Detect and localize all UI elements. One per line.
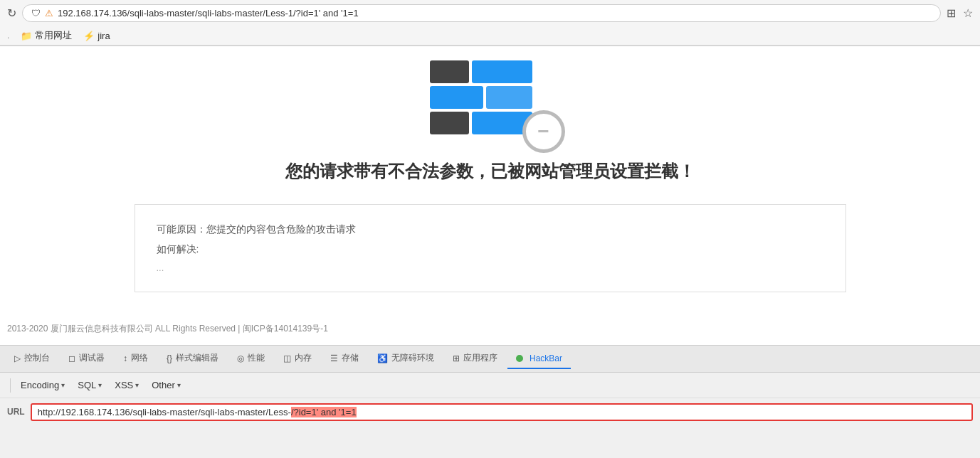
- other-arrow-icon: ▾: [177, 381, 181, 389]
- address-bar-row: ↻ 🛡 ⚠ 192.168.174.136/sqli-labs-master/s…: [0, 0, 980, 26]
- bookmark-common-sites[interactable]: 📁 常用网址: [21, 29, 72, 42]
- performance-icon: ◎: [237, 353, 244, 363]
- blocked-icon-container: −: [430, 60, 551, 146]
- star-icon[interactable]: ☆: [963, 6, 973, 20]
- tab-network-label: 网络: [131, 352, 148, 364]
- brick-wall: −: [430, 60, 551, 146]
- url-normal-part: http://192.168.174.136/sqli-labs-master/…: [38, 407, 291, 417]
- url-label: URL: [7, 407, 25, 417]
- no-sign-icon: −: [522, 110, 565, 153]
- shield-icon: 🛡: [31, 8, 41, 18]
- encoding-label: Encoding: [21, 380, 59, 390]
- folder-icon: 📁: [21, 31, 32, 41]
- tab-accessibility[interactable]: ♿ 无障碍环境: [369, 348, 443, 370]
- tab-memory[interactable]: ◫ 内存: [275, 348, 320, 370]
- xss-label: XSS: [115, 380, 133, 390]
- tab-storage-label: 存储: [342, 352, 359, 364]
- other-label: Other: [152, 380, 175, 390]
- right-icons: ⊞ ☆: [947, 6, 973, 20]
- tab-memory-label: 内存: [295, 352, 312, 364]
- network-icon: ↕: [123, 353, 127, 363]
- xss-dropdown[interactable]: XSS ▾: [109, 378, 144, 393]
- sql-arrow-icon: ▾: [98, 381, 102, 389]
- application-icon: ⊞: [453, 353, 460, 363]
- accessibility-icon: ♿: [377, 353, 388, 363]
- footer-text: 2013-2020 厦门服云信息科技有限公司 ALL Rights Reserv…: [0, 320, 335, 338]
- tab-performance[interactable]: ◎ 性能: [228, 348, 273, 370]
- url-input-field[interactable]: http://192.168.174.136/sqli-labs-master/…: [31, 403, 973, 421]
- tab-hackbar-label: HackBar: [529, 353, 562, 363]
- warning-icon: ⚠: [45, 8, 53, 18]
- encoding-dropdown[interactable]: Encoding ▾: [15, 378, 70, 393]
- address-text: 192.168.174.136/sqli-labs-master/sqli-la…: [58, 8, 932, 18]
- info-box: 可能原因：您提交的内容包含危险的攻击请求 如何解决: ...: [135, 204, 846, 292]
- bookmark-jira[interactable]: ⚡ jira: [83, 31, 110, 41]
- style-icon: {}: [167, 353, 172, 363]
- info-how: 如何解决:: [157, 239, 824, 259]
- address-bar[interactable]: 🛡 ⚠ 192.168.174.136/sqli-labs-master/sql…: [22, 4, 941, 22]
- main-content: − 您的请求带有不合法参数，已被网站管理员设置拦截！ 可能原因：您提交的内容包含…: [0, 46, 980, 345]
- brick-3: [430, 86, 483, 109]
- hackbar-dot-icon: [516, 355, 523, 362]
- storage-icon: ☰: [330, 353, 338, 363]
- info-reason: 可能原因：您提交的内容包含危险的攻击请求: [157, 219, 824, 239]
- tab-application-label: 应用程序: [463, 352, 497, 364]
- memory-icon: ◫: [283, 353, 291, 363]
- sql-label: SQL: [78, 380, 96, 390]
- toolbar-separator-left: [10, 378, 11, 393]
- debugger-icon: ◻: [68, 353, 75, 363]
- bookmarks-label: .: [7, 31, 9, 41]
- tab-application[interactable]: ⊞ 应用程序: [444, 348, 506, 370]
- bookmark-label-jira: jira: [98, 31, 110, 41]
- hackbar-url-row: URL http://192.168.174.136/sqli-labs-mas…: [0, 398, 980, 425]
- hackbar-toolbar: Encoding ▾ SQL ▾ XSS ▾ Other ▾: [0, 373, 980, 398]
- tab-debugger[interactable]: ◻ 调试器: [60, 348, 113, 370]
- devtools-panel: ▷ 控制台 ◻ 调试器 ↕ 网络 {} 样式编辑器 ◎ 性能 ◫ 内存 ☰ 存储…: [0, 345, 980, 425]
- bookmarks-bar: . 📁 常用网址 ⚡ jira: [0, 26, 980, 46]
- sql-dropdown[interactable]: SQL ▾: [72, 378, 107, 393]
- jira-icon: ⚡: [83, 31, 95, 41]
- tab-performance-label: 性能: [248, 352, 265, 364]
- tab-debugger-label: 调试器: [79, 352, 105, 364]
- tab-accessibility-label: 无障碍环境: [391, 352, 434, 364]
- brick-2: [472, 60, 532, 83]
- info-details: ...: [157, 259, 824, 277]
- xss-arrow-icon: ▾: [135, 381, 139, 389]
- tab-style-label: 样式编辑器: [176, 352, 218, 364]
- brick-4: [486, 86, 532, 109]
- tab-console-label: 控制台: [24, 352, 50, 364]
- encoding-arrow-icon: ▾: [61, 381, 65, 389]
- bookmark-label-common: 常用网址: [35, 29, 72, 42]
- brick-1: [430, 60, 469, 83]
- refresh-icon[interactable]: ↻: [7, 6, 16, 20]
- console-icon: ▷: [14, 353, 21, 363]
- devtools-tabs: ▷ 控制台 ◻ 调试器 ↕ 网络 {} 样式编辑器 ◎ 性能 ◫ 内存 ☰ 存储…: [0, 346, 980, 373]
- grid-icon[interactable]: ⊞: [947, 6, 956, 20]
- tab-style-editor[interactable]: {} 样式编辑器: [158, 348, 227, 370]
- tab-hackbar[interactable]: HackBar: [507, 349, 571, 369]
- tab-console[interactable]: ▷ 控制台: [6, 348, 58, 370]
- url-highlighted-part: /?id=1' and '1=1: [291, 407, 357, 417]
- other-dropdown[interactable]: Other ▾: [146, 378, 186, 393]
- brick-5: [430, 112, 469, 134]
- blocked-title: 您的请求带有不合法参数，已被网站管理员设置拦截！: [285, 160, 695, 183]
- tab-storage[interactable]: ☰ 存储: [322, 348, 367, 370]
- tab-network[interactable]: ↕ 网络: [115, 348, 157, 370]
- browser-chrome: ↻ 🛡 ⚠ 192.168.174.136/sqli-labs-master/s…: [0, 0, 980, 46]
